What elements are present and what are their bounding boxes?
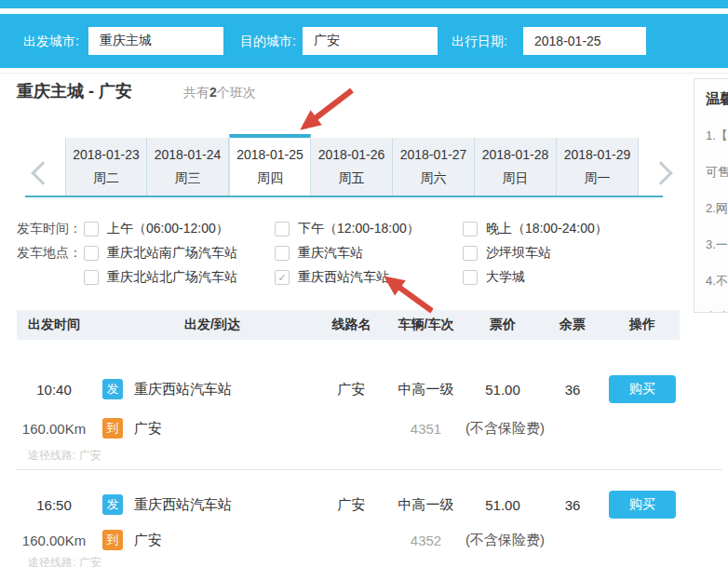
price-note: (不含保险费) — [465, 420, 540, 438]
col-seats: 余票 — [540, 317, 605, 333]
notice-item: 2.网 — [706, 200, 728, 217]
col-route-name: 线路名 — [317, 317, 386, 333]
departure-city-input[interactable] — [88, 27, 223, 55]
filter-option-label: 下午（12:00-18:00） — [298, 221, 420, 237]
checkbox-checked-icon[interactable]: ✓ — [275, 270, 290, 285]
col-price: 票价 — [465, 317, 540, 333]
filter-row-place-2: 重庆北站北广场汽车站 ✓重庆西站汽车站 大学城 — [17, 268, 668, 287]
results-header: 重庆主城 - 广安 共有2个班次 — [17, 80, 256, 102]
seats-left: 36 — [540, 497, 605, 513]
bus-ticket-search-page: 出发城市: 目的城市: 出行日期: 重庆主城 - 广安 共有2个班次 2018-… — [0, 0, 728, 567]
tab-date: 2018-01-27 — [400, 147, 467, 162]
tab-weekday: 周三 — [175, 170, 201, 187]
trips-table: 出发时间 出发/到达 线路名 车辆/车次 票价 余票 操作 10:40 发重庆西… — [17, 310, 680, 567]
checkbox-icon[interactable] — [275, 222, 290, 236]
count-number: 2 — [209, 85, 217, 100]
filter-afternoon[interactable]: 下午（12:00-18:00） — [275, 220, 420, 238]
filter-evening[interactable]: 晚上（18:00-24:00） — [463, 220, 608, 238]
top-accent-strip — [0, 0, 728, 8]
filter-option-label: 沙坪坝车站 — [486, 245, 551, 262]
tab-weekday: 周二 — [93, 170, 119, 187]
checkbox-icon[interactable] — [463, 222, 478, 236]
prev-dates-icon[interactable] — [31, 161, 54, 184]
bus-class: 中高一级 — [386, 496, 465, 514]
filter-option-label: 重庆北站北广场汽车站 — [107, 269, 237, 286]
filter-morning[interactable]: 上午（06:00-12:00） — [84, 220, 229, 238]
checkbox-icon[interactable] — [84, 270, 99, 285]
tab-date: 2018-01-24 — [155, 147, 222, 162]
filter-row-place-1: 发车地点： 重庆北站南广场汽车站 重庆汽车站 沙坪坝车站 — [17, 244, 668, 263]
tab-weekday: 周五 — [339, 170, 365, 187]
notice-title: 温馨 — [706, 90, 728, 108]
depart-time: 16:50 — [17, 497, 91, 513]
tab-date: 2018-01-25 — [236, 147, 303, 162]
destination-city-input[interactable] — [303, 27, 438, 55]
travel-date-input[interactable] — [523, 27, 646, 55]
tab-date: 2018-01-29 — [564, 147, 631, 162]
filter-station-university-town[interactable]: 大学城 — [463, 268, 525, 287]
buy-button[interactable]: 购买 — [609, 491, 676, 519]
departure-city-label: 出发城市: — [23, 34, 79, 50]
date-tab-3[interactable]: 2018-01-26周五 — [311, 138, 393, 196]
date-tab-6[interactable]: 2018-01-29周一 — [557, 138, 639, 196]
trip-row: 16:50 发重庆西站汽车站 广安 中高一级 51.00 36 购买 160.0… — [17, 491, 680, 567]
notice-item: 点击 — [706, 309, 728, 313]
via-route-note: 途径线路: 广安 — [17, 448, 680, 464]
price-note: (不含保险费) — [465, 532, 540, 549]
route-name: 广安 — [317, 381, 386, 398]
checkbox-icon[interactable] — [84, 246, 99, 261]
date-tab-4[interactable]: 2018-01-27周六 — [393, 138, 475, 196]
search-bar: 出发城市: 目的城市: 出行日期: — [0, 14, 728, 68]
depart-time: 10:40 — [17, 382, 91, 398]
depart-station: 重庆西站汽车站 — [134, 496, 232, 514]
checkbox-icon[interactable] — [463, 270, 478, 285]
checkbox-icon[interactable] — [463, 246, 478, 261]
tab-date: 2018-01-28 — [482, 147, 549, 162]
filter-option-label: 上午（06:00-12:00） — [107, 221, 229, 237]
count-prefix: 共有 — [183, 85, 209, 100]
filter-station-north-north-square[interactable]: 重庆北站北广场汽车站 — [84, 268, 237, 287]
notice-item: 可售 — [706, 164, 728, 181]
checkbox-icon[interactable] — [84, 222, 99, 236]
filter-option-label: 晚上（18:00-24:00） — [486, 221, 608, 237]
via-route-note: 途径线路: 广安 — [17, 555, 680, 567]
destination-city-label: 目的城市: — [240, 34, 296, 50]
travel-date-label: 出行日期: — [452, 34, 507, 50]
trip-number: 4351 — [386, 421, 465, 437]
header-separator — [0, 73, 728, 74]
tab-date: 2018-01-23 — [73, 147, 140, 162]
next-dates-icon[interactable] — [649, 161, 672, 184]
tab-underline — [25, 196, 663, 197]
filter-station-west-checked[interactable]: ✓重庆西站汽车站 — [275, 268, 389, 287]
date-tab-0[interactable]: 2018-01-23周二 — [65, 138, 147, 196]
count-suffix: 个班次 — [217, 85, 256, 100]
depart-time-filter-label: 发车时间： — [17, 221, 82, 237]
filter-option-label: 重庆西站汽车站 — [298, 269, 389, 286]
col-depart-arrive: 出发/到达 — [91, 317, 317, 333]
tab-weekday: 周日 — [503, 170, 529, 187]
filter-option-label: 重庆汽车站 — [298, 245, 363, 262]
date-tab-strip: 2018-01-23周二 2018-01-24周三 2018-01-25周四 2… — [65, 138, 639, 196]
ticket-price: 51.00 — [465, 382, 540, 398]
ticket-price: 51.00 — [465, 497, 540, 513]
arrive-badge: 到 — [102, 530, 123, 550]
buy-button[interactable]: 购买 — [609, 375, 676, 403]
tab-weekday: 周一 — [585, 170, 611, 187]
col-depart-time: 出发时间 — [17, 317, 91, 333]
checkbox-icon[interactable] — [275, 246, 290, 261]
arrive-station: 广安 — [134, 420, 162, 438]
filter-option-label: 重庆北站南广场汽车站 — [107, 245, 237, 262]
date-tab-5[interactable]: 2018-01-28周日 — [475, 138, 557, 196]
arrive-badge: 到 — [102, 418, 123, 439]
notice-panel: 温馨 1.【班 可售 2.网 3.一 4.不 点击 — [694, 78, 728, 313]
date-tab-1[interactable]: 2018-01-24周三 — [147, 138, 229, 196]
filter-station-shapingba[interactable]: 沙坪坝车站 — [463, 244, 551, 263]
col-bus-trip: 车辆/车次 — [386, 317, 465, 333]
filter-station-chongqing[interactable]: 重庆汽车站 — [275, 244, 363, 263]
col-action: 操作 — [605, 317, 680, 333]
trip-distance: 160.00Km — [17, 533, 91, 548]
filter-station-north-south-square[interactable]: 重庆北站南广场汽车站 — [84, 244, 237, 263]
bus-class: 中高一级 — [386, 381, 465, 398]
red-arrow-date-icon — [304, 90, 352, 127]
date-tab-2-selected[interactable]: 2018-01-25周四 — [229, 134, 311, 196]
